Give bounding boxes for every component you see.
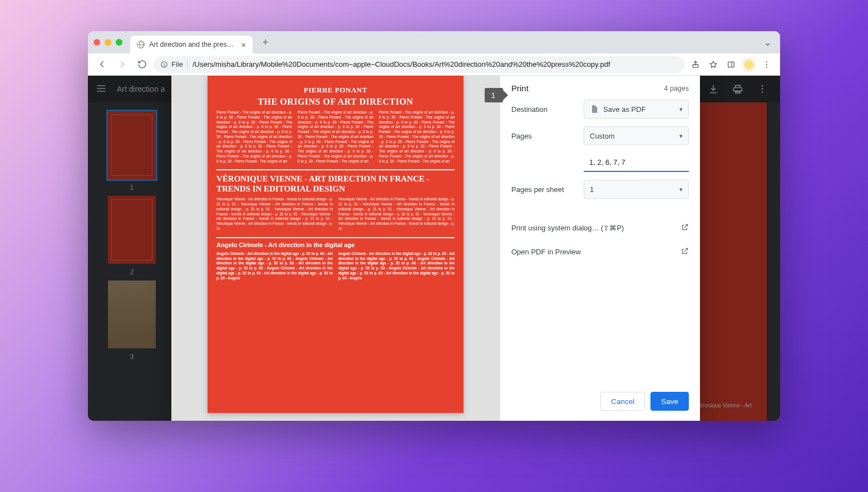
destination-label: Destination [511,105,577,114]
svg-point-4 [766,61,767,62]
svg-point-6 [766,66,767,67]
tab-title: Art direction and the press cop [149,41,236,48]
close-tab-button[interactable]: × [241,40,246,50]
maximize-window-button[interactable] [116,39,122,46]
open-in-preview-label: Open PDF in Preview [511,248,581,256]
sidepanel-button[interactable] [723,57,739,72]
preview-body-col: Véronique Vienne - Art direction in Fran… [216,197,333,231]
chevron-down-icon: ▾ [679,132,683,140]
browser-toolbar: File /Users/misha/Library/Mobile%20Docum… [88,53,780,76]
svg-point-1 [164,66,165,66]
pages-mode-value: Custom [590,132,615,140]
preview-body-col: Véronique Vienne - Art direction in Fran… [338,197,455,231]
preview-body-col: Angelo Cirimele - Art direction in the d… [338,252,455,281]
preview-heading-title: The origins of art direction [216,97,455,107]
tab-list-button[interactable]: ⌄ [764,37,775,48]
page-count-label: 4 pages [664,85,689,92]
new-tab-button[interactable]: + [258,35,273,50]
print-preview-area: 1 Pierre Ponant The origins of art direc… [171,76,500,421]
svg-point-5 [766,63,767,65]
pages-per-sheet-value: 1 [590,185,594,194]
preview-heading-2: VÉRONIQUE VIENNE - ART DIRECTION IN FRAN… [216,174,455,194]
pdf-file-icon [590,105,599,114]
reload-button[interactable] [134,56,150,73]
preview-page: Pierre Ponant The origins of art directi… [208,76,463,413]
preview-body-col: Pierre Ponant - The origins of art direc… [216,110,292,164]
forward-button[interactable] [114,56,130,73]
close-window-button[interactable] [93,39,100,46]
print-dialog: 1 Pierre Ponant The origins of art direc… [171,76,700,421]
pages-per-sheet-label: Pages per sheet [511,185,577,194]
save-button[interactable]: Save [650,392,689,411]
destination-select[interactable]: Save as PDF ▾ [584,100,689,119]
browser-menu-button[interactable] [759,57,775,72]
share-button[interactable] [688,57,703,72]
pages-range-input[interactable] [584,153,689,172]
destination-value: Save as PDF [603,105,646,114]
svg-rect-3 [728,62,734,67]
pages-per-sheet-select[interactable]: 1 ▾ [584,180,689,199]
system-dialog-link[interactable]: Print using system dialog… (⇧⌘P) [511,220,689,236]
content-area: Art direction a 1 2 3 Vienne Art directi… [88,76,780,421]
pages-label: Pages [511,132,577,140]
preview-body-col: Pierre Ponant - The origins of art direc… [298,110,373,164]
open-in-preview-link[interactable]: Open PDF in Preview [511,244,689,260]
separator [188,60,188,69]
bookmark-button[interactable] [706,57,721,72]
pages-mode-select[interactable]: Custom ▾ [584,126,689,145]
external-link-icon [681,247,689,257]
preview-heading-author: Pierre Ponant [216,86,455,95]
browser-window: Art direction and the press cop × + ⌄ Fi… [88,31,780,421]
cancel-button[interactable]: Cancel [600,392,645,411]
minimize-window-button[interactable] [105,39,111,46]
page-number-badge: 1 [485,88,503,102]
system-dialog-label: Print using system dialog… (⇧⌘P) [511,224,624,232]
print-dialog-title: Print [511,83,529,93]
print-options-panel: Print 4 pages Destination Save as PDF ▾ … [500,76,700,421]
window-controls [93,39,122,46]
preview-body-col: Pierre Ponant - The origins of art direc… [379,110,455,164]
back-button[interactable] [93,56,110,73]
avatar [743,58,755,71]
preview-heading-3: Angelo Cirimele - Art direction in the d… [216,242,455,248]
chevron-down-icon: ▾ [679,106,683,113]
preview-body-col: Angelo Cirimele - Art direction in the d… [216,252,333,281]
profile-button[interactable] [741,57,757,72]
divider [216,169,455,170]
globe-icon [137,41,145,48]
url-text: /Users/misha/Library/Mobile%20Documents/… [193,60,678,68]
browser-tab[interactable]: Art direction and the press cop × [130,36,253,53]
scheme-label: File [171,60,183,68]
tab-strip: Art direction and the press cop × + ⌄ [88,31,780,53]
file-scheme-chip: File [160,60,183,68]
chevron-down-icon: ▾ [679,186,683,193]
divider [216,237,455,238]
external-link-icon [681,223,689,233]
address-bar[interactable]: File /Users/misha/Library/Mobile%20Docum… [154,56,684,73]
